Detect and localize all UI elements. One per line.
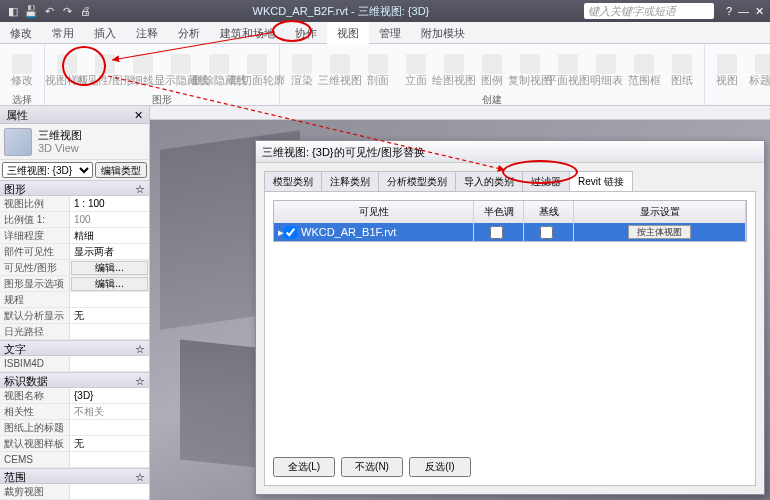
property-value[interactable]: {3D} bbox=[70, 388, 149, 403]
help-icon[interactable]: ? bbox=[726, 5, 732, 18]
menu-tab-0[interactable]: 修改 bbox=[0, 22, 42, 44]
visibility-checkbox[interactable] bbox=[284, 226, 297, 239]
property-grid: 图形☆视图比例1 : 100比例值 1:100详细程度精细部件可见性显示两者可见… bbox=[0, 180, 149, 500]
property-key: 规程 bbox=[0, 292, 70, 307]
property-section[interactable]: 图形☆ bbox=[0, 180, 149, 196]
ribbon-button[interactable]: 图例 bbox=[476, 46, 508, 93]
select-none-button[interactable]: 不选(N) bbox=[341, 457, 403, 477]
property-value[interactable]: 100 bbox=[70, 212, 149, 227]
ribbon-button[interactable]: 渲染 bbox=[286, 46, 318, 93]
group-label: 创建 bbox=[286, 93, 698, 105]
type-name: 三维视图 bbox=[38, 129, 82, 142]
property-value[interactable]: 精细 bbox=[70, 228, 149, 243]
property-value[interactable]: 无 bbox=[70, 436, 149, 451]
property-section[interactable]: 标识数据☆ bbox=[0, 372, 149, 388]
ribbon-button[interactable]: 标题栏 bbox=[749, 46, 770, 93]
property-value[interactable]: 无 bbox=[70, 308, 149, 323]
dialog-tab[interactable]: Revit 链接 bbox=[569, 171, 633, 191]
property-value[interactable]: 1 : 100 bbox=[70, 196, 149, 211]
menu-tab-1[interactable]: 常用 bbox=[42, 22, 84, 44]
menu-tab-5[interactable]: 建筑和场地 bbox=[210, 22, 285, 44]
ribbon-button[interactable]: 图纸 bbox=[666, 46, 698, 93]
table-row[interactable]: ▸WKCD_AR_B1F.rvt 按主体视图 bbox=[274, 223, 746, 241]
ribbon-button[interactable]: 立面 bbox=[400, 46, 432, 93]
dialog-tab[interactable]: 注释类别 bbox=[321, 171, 379, 191]
ribbon-button[interactable]: 明细表 bbox=[590, 46, 622, 93]
property-row: 视图名称{3D} bbox=[0, 388, 149, 404]
menu-tab-8[interactable]: 管理 bbox=[369, 22, 411, 44]
property-row: 默认分析显示无 bbox=[0, 308, 149, 324]
ribbon-button[interactable]: 绘图视图 bbox=[438, 46, 470, 93]
property-key: 视图比例 bbox=[0, 196, 70, 211]
app-icon[interactable]: ◧ bbox=[6, 4, 20, 18]
ribbon-button[interactable]: 剖面 bbox=[362, 46, 394, 93]
minimize-icon[interactable]: — bbox=[738, 5, 749, 18]
menu-tab-2[interactable]: 插入 bbox=[84, 22, 126, 44]
property-key: 详细程度 bbox=[0, 228, 70, 243]
halftone-checkbox[interactable] bbox=[490, 226, 503, 239]
property-value[interactable] bbox=[70, 324, 149, 339]
ribbon-button[interactable]: 剖切面轮廓 bbox=[241, 46, 273, 93]
properties-header: 属性 ✕ bbox=[0, 106, 149, 124]
property-value[interactable]: 编辑... bbox=[71, 277, 148, 291]
invert-selection-button[interactable]: 反选(I) bbox=[409, 457, 471, 477]
property-key: 默认分析显示 bbox=[0, 308, 70, 323]
ribbon-button[interactable]: 可见性/图形 bbox=[89, 46, 121, 93]
undo-icon[interactable]: ↶ bbox=[42, 4, 56, 18]
type-selector[interactable]: 三维视图 3D View bbox=[0, 124, 149, 160]
property-value[interactable]: 不相关 bbox=[70, 404, 149, 419]
close-icon[interactable]: ✕ bbox=[755, 5, 764, 18]
property-value[interactable] bbox=[70, 356, 149, 371]
ribbon-button[interactable]: 复制视图 bbox=[514, 46, 546, 93]
menu-tab-3[interactable]: 注释 bbox=[126, 22, 168, 44]
property-key: ISBIM4D bbox=[0, 356, 70, 371]
ribbon-button[interactable]: 三维视图 bbox=[324, 46, 356, 93]
dialog-tab[interactable]: 模型类别 bbox=[264, 171, 322, 191]
property-value[interactable] bbox=[70, 452, 149, 467]
edit-type-button[interactable]: 编辑类型 bbox=[95, 162, 147, 178]
menu-tab-4[interactable]: 分析 bbox=[168, 22, 210, 44]
group-label: 图纸组合 bbox=[711, 93, 770, 105]
property-key: 部件可见性 bbox=[0, 244, 70, 259]
close-icon[interactable]: ✕ bbox=[134, 106, 143, 123]
menu-tab-9[interactable]: 附加模块 bbox=[411, 22, 475, 44]
property-section[interactable]: 范围☆ bbox=[0, 468, 149, 484]
property-value[interactable] bbox=[70, 420, 149, 435]
ribbon-group: 渲染三维视图剖面立面绘图视图图例复制视图平面视图明细表范围框图纸创建 bbox=[280, 44, 705, 105]
property-key: 可见性/图形 bbox=[0, 260, 70, 275]
property-row: 日光路径 bbox=[0, 324, 149, 340]
quick-access-toolbar: ◧ 💾 ↶ ↷ 🖨 bbox=[0, 4, 98, 18]
instance-selector[interactable]: 三维视图: {3D} bbox=[2, 162, 93, 178]
display-settings-button[interactable]: 按主体视图 bbox=[628, 225, 691, 239]
property-row: 相关性不相关 bbox=[0, 404, 149, 420]
ribbon-button[interactable]: 平面视图 bbox=[552, 46, 584, 93]
search-input[interactable]: 键入关键字或短语 bbox=[584, 3, 714, 19]
save-icon[interactable]: 💾 bbox=[24, 4, 38, 18]
property-value[interactable] bbox=[70, 292, 149, 307]
property-section[interactable]: 文字☆ bbox=[0, 340, 149, 356]
property-key: 比例值 1: bbox=[0, 212, 70, 227]
ribbon-button[interactable]: 修改 bbox=[6, 46, 38, 93]
property-row: ISBIM4D bbox=[0, 356, 149, 372]
ribbon-button[interactable]: 范围框 bbox=[628, 46, 660, 93]
property-value[interactable]: 编辑... bbox=[71, 261, 148, 275]
ribbon-button[interactable]: 视图 bbox=[711, 46, 743, 93]
dialog-tab[interactable]: 过滤器 bbox=[522, 171, 570, 191]
redo-icon[interactable]: ↷ bbox=[60, 4, 74, 18]
view3d-icon bbox=[4, 128, 32, 156]
menu-tab-7[interactable]: 视图 bbox=[327, 22, 369, 44]
select-all-button[interactable]: 全选(L) bbox=[273, 457, 335, 477]
visibility-graphics-dialog: 三维视图: {3D}的可见性/图形替换 模型类别注释类别分析模型类别导入的类别过… bbox=[255, 140, 765, 495]
property-row: 详细程度精细 bbox=[0, 228, 149, 244]
print-icon[interactable]: 🖨 bbox=[78, 4, 92, 18]
group-label: 选择 bbox=[6, 93, 38, 105]
menu-tab-6[interactable]: 协作 bbox=[285, 22, 327, 44]
underlay-checkbox[interactable] bbox=[540, 226, 553, 239]
dialog-tab[interactable]: 导入的类别 bbox=[455, 171, 523, 191]
dialog-tab[interactable]: 分析模型类别 bbox=[378, 171, 456, 191]
property-value[interactable]: 显示两者 bbox=[70, 244, 149, 259]
property-key: 图形显示选项 bbox=[0, 276, 70, 291]
property-row: 视图比例1 : 100 bbox=[0, 196, 149, 212]
property-value[interactable] bbox=[70, 484, 149, 499]
type-subname: 3D View bbox=[38, 142, 82, 155]
